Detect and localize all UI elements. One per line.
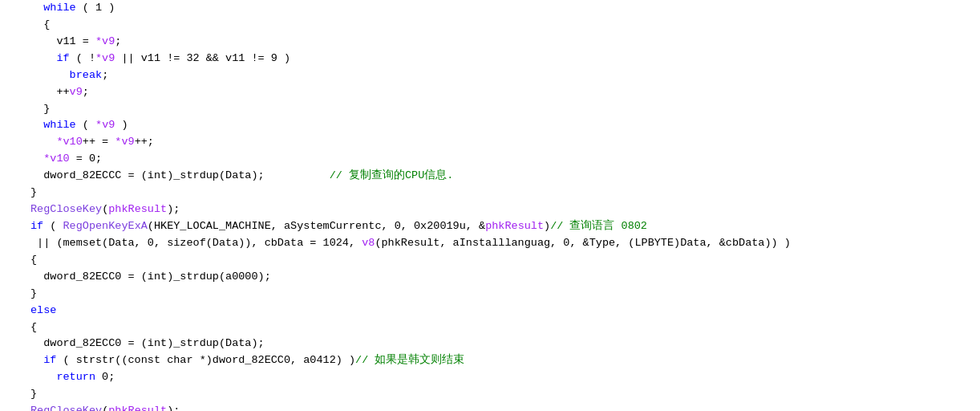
code-line-15: || (memset(Data, 0, sizeof(Data)), cbDat… bbox=[0, 235, 980, 252]
code-content: dword_82ECCC = (int)_strdup(Data); // 复制… bbox=[30, 168, 453, 185]
code-line-21: dword_82ECC0 = (int)_strdup(Data); bbox=[0, 336, 980, 352]
code-content: } bbox=[30, 286, 37, 303]
code-content: } bbox=[30, 386, 37, 403]
code-line-17: dword_82ECC0 = (int)_strdup(a0000); bbox=[0, 269, 980, 286]
code-content: if ( strstr((const char *)dword_82ECC0, … bbox=[30, 352, 464, 369]
code-content: { bbox=[30, 252, 37, 269]
code-editor: while ( 1 ) { v11 = *v9; if ( !*v9 || v1… bbox=[0, 0, 980, 411]
code-line-10: *v10 = 0; bbox=[0, 151, 980, 168]
code-content: break; bbox=[30, 67, 108, 84]
code-line-5: break; bbox=[0, 67, 980, 84]
code-line-7: } bbox=[0, 101, 980, 118]
code-line-20: { bbox=[0, 319, 980, 336]
code-line-12: } bbox=[0, 185, 980, 201]
code-content: } bbox=[30, 101, 50, 118]
code-line-9: *v10++ = *v9++; bbox=[0, 134, 980, 151]
code-line-18: } bbox=[0, 286, 980, 303]
code-content: ++v9; bbox=[30, 84, 89, 101]
code-content: return 0; bbox=[30, 369, 115, 386]
code-content: dword_82ECC0 = (int)_strdup(a0000); bbox=[30, 269, 271, 286]
code-content: dword_82ECC0 = (int)_strdup(Data); bbox=[30, 336, 265, 352]
code-line-16: { bbox=[0, 252, 980, 269]
code-line-19: else bbox=[0, 303, 980, 319]
code-line-24: } bbox=[0, 386, 980, 403]
code-content: *v10++ = *v9++; bbox=[30, 134, 154, 151]
code-content: if ( !*v9 || v11 != 32 && v11 != 9 ) bbox=[30, 51, 290, 67]
code-line-14: if ( RegOpenKeyExA(HKEY_LOCAL_MACHINE, a… bbox=[0, 218, 980, 235]
code-line-8: while ( *v9 ) bbox=[0, 117, 980, 134]
code-line-25: RegCloseKey(phkResult); bbox=[0, 403, 980, 411]
code-line-6: ++v9; bbox=[0, 84, 980, 101]
code-line-2: { bbox=[0, 17, 980, 34]
code-content: while ( 1 ) bbox=[30, 0, 115, 17]
code-line-11: dword_82ECCC = (int)_strdup(Data); // 复制… bbox=[0, 168, 980, 185]
code-line-4: if ( !*v9 || v11 != 32 && v11 != 9 ) bbox=[0, 51, 980, 67]
code-line-3: v11 = *v9; bbox=[0, 34, 980, 51]
code-content: RegCloseKey(phkResult); bbox=[30, 201, 180, 218]
code-line-22: if ( strstr((const char *)dword_82ECC0, … bbox=[0, 352, 980, 369]
code-content: { bbox=[30, 319, 37, 336]
code-content: || (memset(Data, 0, sizeof(Data)), cbDat… bbox=[30, 235, 791, 252]
code-content: else bbox=[30, 303, 56, 319]
code-content: v11 = *v9; bbox=[30, 34, 121, 51]
code-content: while ( *v9 ) bbox=[30, 117, 128, 134]
code-line-13: RegCloseKey(phkResult); bbox=[0, 201, 980, 218]
code-content: RegCloseKey(phkResult); bbox=[30, 403, 180, 411]
code-content: *v10 = 0; bbox=[30, 151, 102, 168]
code-line-1: while ( 1 ) bbox=[0, 0, 980, 17]
code-line-23: return 0; bbox=[0, 369, 980, 386]
code-content: if ( RegOpenKeyExA(HKEY_LOCAL_MACHINE, a… bbox=[30, 218, 647, 235]
code-content: } bbox=[30, 185, 37, 201]
code-content: { bbox=[30, 17, 50, 34]
